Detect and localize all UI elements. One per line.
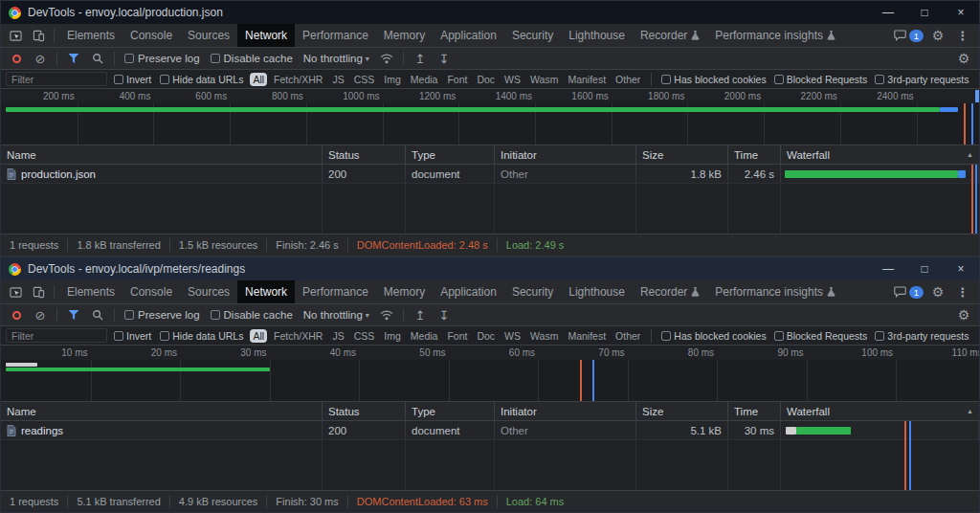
invert-checkbox[interactable]: Invert bbox=[112, 330, 153, 342]
throttling-dropdown[interactable]: No throttling▾ bbox=[300, 53, 373, 64]
overview-chart[interactable] bbox=[1, 360, 979, 402]
column-header-size[interactable]: Size bbox=[636, 145, 728, 164]
tab-console[interactable]: Console bbox=[122, 24, 180, 47]
inspect-icon[interactable] bbox=[5, 280, 26, 303]
filter-pill-manifest[interactable]: Manifest bbox=[565, 329, 609, 343]
column-header-type[interactable]: Type bbox=[406, 402, 495, 420]
tab-memory[interactable]: Memory bbox=[376, 24, 433, 47]
filter-pill-other[interactable]: Other bbox=[612, 329, 643, 343]
search-icon[interactable] bbox=[87, 304, 108, 325]
filter-has-blocked-cookies[interactable]: Has blocked cookies bbox=[659, 330, 768, 342]
tab-console[interactable]: Console bbox=[122, 280, 180, 303]
tab-recorder[interactable]: Recorder bbox=[633, 24, 707, 47]
tab-sources[interactable]: Sources bbox=[180, 24, 237, 47]
filter-blocked-requests[interactable]: Blocked Requests bbox=[772, 330, 870, 342]
filter-pill-img[interactable]: Img bbox=[381, 329, 404, 343]
tab-memory[interactable]: Memory bbox=[376, 280, 433, 303]
filter-3rd-party-requests[interactable]: 3rd-party requests bbox=[873, 330, 970, 342]
record-button[interactable] bbox=[6, 304, 27, 325]
filter-pill-font[interactable]: Font bbox=[444, 329, 470, 343]
column-header-time[interactable]: Time bbox=[728, 402, 781, 420]
tab-application[interactable]: Application bbox=[433, 24, 504, 47]
invert-checkbox[interactable]: Invert bbox=[112, 74, 153, 85]
column-header-initiator[interactable]: Initiator bbox=[495, 145, 636, 164]
more-options-icon[interactable]: ⋮ bbox=[952, 24, 973, 47]
column-header-status[interactable]: Status bbox=[323, 402, 406, 420]
filter-pill-js[interactable]: JS bbox=[329, 73, 346, 86]
import-har-icon[interactable]: ↥ bbox=[410, 48, 431, 69]
filter-pill-doc[interactable]: Doc bbox=[474, 73, 498, 86]
tab-performance[interactable]: Performance bbox=[295, 280, 376, 303]
filter-pill-media[interactable]: Media bbox=[408, 329, 441, 343]
filter-funnel-icon[interactable] bbox=[63, 304, 84, 325]
column-header-waterfall[interactable]: Waterfall▲ bbox=[781, 145, 979, 164]
filter-pill-ws[interactable]: WS bbox=[501, 329, 523, 343]
column-header-name[interactable]: Name bbox=[1, 402, 323, 420]
tab-performance[interactable]: Performance bbox=[295, 24, 376, 47]
filter-pill-all[interactable]: All bbox=[250, 73, 267, 86]
more-options-icon[interactable]: ⋮ bbox=[952, 280, 973, 303]
request-row[interactable]: production.json 200 document Other 1.8 k… bbox=[1, 165, 979, 184]
maximize-button[interactable]: □ bbox=[906, 1, 943, 24]
preserve-log-checkbox[interactable]: Preserve log bbox=[121, 53, 204, 64]
settings-gear-icon[interactable]: ⚙ bbox=[927, 280, 948, 303]
disable-cache-checkbox[interactable]: Disable cache bbox=[207, 53, 297, 64]
clear-button[interactable]: ⊘ bbox=[30, 48, 51, 69]
tab-security[interactable]: Security bbox=[504, 24, 561, 47]
filter-pill-fetch-xhr[interactable]: Fetch/XHR bbox=[271, 329, 325, 343]
filter-pill-doc[interactable]: Doc bbox=[474, 329, 498, 343]
filter-pill-fetch-xhr[interactable]: Fetch/XHR bbox=[271, 73, 325, 86]
filter-input[interactable] bbox=[6, 72, 107, 86]
inspect-icon[interactable] bbox=[5, 24, 26, 47]
network-settings-gear-icon[interactable]: ⚙ bbox=[953, 48, 974, 69]
minimize-button[interactable]: — bbox=[870, 1, 906, 24]
window-titlebar[interactable]: DevTools - envoy.local/production.json —… bbox=[1, 1, 979, 24]
tab-network[interactable]: Network bbox=[237, 24, 295, 47]
column-header-waterfall[interactable]: Waterfall▲ bbox=[781, 402, 979, 420]
network-conditions-icon[interactable] bbox=[376, 48, 397, 69]
import-har-icon[interactable]: ↥ bbox=[410, 304, 431, 325]
tab-elements[interactable]: Elements bbox=[59, 280, 122, 303]
maximize-button[interactable]: □ bbox=[906, 257, 943, 280]
filter-pill-wasm[interactable]: Wasm bbox=[527, 73, 561, 86]
hide-data-urls-checkbox[interactable]: Hide data URLs bbox=[158, 74, 245, 85]
filter-3rd-party-requests[interactable]: 3rd-party requests bbox=[873, 74, 970, 85]
filter-pill-img[interactable]: Img bbox=[381, 73, 404, 86]
settings-gear-icon[interactable]: ⚙ bbox=[927, 24, 948, 47]
tab-sources[interactable]: Sources bbox=[180, 280, 237, 303]
filter-blocked-requests[interactable]: Blocked Requests bbox=[772, 74, 870, 85]
request-row[interactable]: readings 200 document Other 5.1 kB 30 ms bbox=[1, 421, 979, 440]
network-settings-gear-icon[interactable]: ⚙ bbox=[953, 304, 974, 325]
overview-chart[interactable] bbox=[1, 103, 979, 145]
issues-button[interactable]: 1 bbox=[894, 24, 924, 47]
column-header-name[interactable]: Name bbox=[1, 145, 323, 164]
column-header-initiator[interactable]: Initiator bbox=[495, 402, 636, 420]
overview-scroll-thumb[interactable] bbox=[975, 90, 979, 102]
tab-network[interactable]: Network bbox=[237, 280, 295, 303]
throttling-dropdown[interactable]: No throttling▾ bbox=[300, 309, 373, 321]
filter-has-blocked-cookies[interactable]: Has blocked cookies bbox=[659, 74, 768, 85]
issues-button[interactable]: 1 bbox=[894, 280, 924, 303]
tab-elements[interactable]: Elements bbox=[59, 24, 122, 47]
hide-data-urls-checkbox[interactable]: Hide data URLs bbox=[158, 330, 245, 342]
close-button[interactable]: × bbox=[943, 1, 979, 24]
filter-pill-css[interactable]: CSS bbox=[351, 329, 378, 343]
column-header-type[interactable]: Type bbox=[406, 145, 495, 164]
filter-pill-ws[interactable]: WS bbox=[501, 73, 523, 86]
filter-pill-css[interactable]: CSS bbox=[351, 73, 378, 86]
tab-lighthouse[interactable]: Lighthouse bbox=[561, 24, 633, 47]
filter-funnel-icon[interactable] bbox=[63, 48, 84, 69]
clear-button[interactable]: ⊘ bbox=[30, 304, 51, 325]
tab-recorder[interactable]: Recorder bbox=[633, 280, 707, 303]
tab-application[interactable]: Application bbox=[433, 280, 504, 303]
tab-performance-insights[interactable]: Performance insights bbox=[707, 24, 843, 47]
tab-performance-insights[interactable]: Performance insights bbox=[707, 280, 843, 303]
column-header-time[interactable]: Time bbox=[728, 145, 781, 164]
filter-pill-js[interactable]: JS bbox=[329, 329, 346, 343]
device-toolbar-icon[interactable] bbox=[28, 280, 49, 303]
filter-pill-manifest[interactable]: Manifest bbox=[565, 73, 609, 86]
column-header-status[interactable]: Status bbox=[323, 145, 406, 164]
export-har-icon[interactable]: ↧ bbox=[434, 48, 455, 69]
tab-lighthouse[interactable]: Lighthouse bbox=[561, 280, 633, 303]
disable-cache-checkbox[interactable]: Disable cache bbox=[207, 309, 297, 321]
